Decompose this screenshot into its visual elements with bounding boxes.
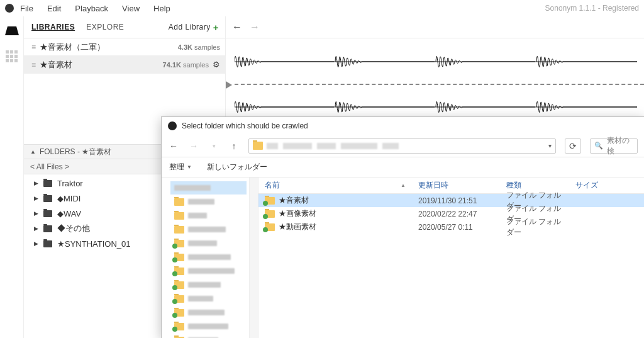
play-icon[interactable] <box>226 81 232 89</box>
menu-view[interactable]: View <box>122 4 140 13</box>
folder-icon <box>253 142 263 150</box>
drag-handle-icon[interactable]: ≡ <box>31 60 35 69</box>
folder-icon <box>174 268 184 275</box>
library-name: ★音素材（二軍） <box>40 42 178 53</box>
library-count: 4.3K samples <box>178 43 220 51</box>
nav-tree-item[interactable] <box>170 306 247 319</box>
file-row[interactable]: ★画像素材 2020/02/22 22:47 ファイル フォルダー <box>258 207 644 220</box>
nav-tree-item[interactable] <box>170 251 247 264</box>
dialog-file-list: 名前▲ 更新日時 種類 サイズ ★音素材 2019/11/30 21:51 ファ… <box>258 177 644 338</box>
folder-icon <box>43 225 52 232</box>
breadcrumb <box>267 143 540 149</box>
dialog-back-icon[interactable]: ← <box>168 141 179 151</box>
chevron-right-icon: ▶ <box>34 225 38 232</box>
search-placeholder: 素材の検 <box>607 135 633 157</box>
library-count: 74.1K samples <box>163 61 209 69</box>
dialog-app-icon <box>168 121 177 130</box>
library-row[interactable]: ≡ ★音素材 74.1K samples ⚙ <box>24 56 225 74</box>
nav-tree-item[interactable] <box>170 264 247 278</box>
rail-grid-icon[interactable] <box>4 49 19 63</box>
menu-file[interactable]: File <box>20 4 33 13</box>
folder-icon <box>174 240 184 247</box>
folder-icon <box>265 223 275 231</box>
drag-handle-icon[interactable]: ≡ <box>31 43 35 52</box>
refresh-button[interactable]: ⟳ <box>565 138 581 154</box>
chevron-right-icon: ▶ <box>34 240 38 247</box>
dialog-toolbar: 整理▼ 新しいフォルダー <box>162 157 644 177</box>
file-row[interactable]: ★音素材 2019/11/30 21:51 ファイル フォルダー <box>258 194 644 207</box>
search-icon: 🔍 <box>594 142 603 150</box>
folder-icon <box>174 226 184 234</box>
folder-icon <box>174 254 184 261</box>
column-name[interactable]: 名前▲ <box>258 180 412 191</box>
file-list-header[interactable]: 名前▲ 更新日時 種類 サイズ <box>258 177 644 194</box>
nav-forward-icon[interactable]: → <box>250 21 260 33</box>
nav-tree-item[interactable] <box>170 292 247 305</box>
library-tabs: LIBRARIES EXPLORE Add Library + <box>24 16 225 38</box>
library-row[interactable]: ≡ ★音素材（二軍） 4.3K samples <box>24 38 225 56</box>
folder-icon <box>43 180 52 187</box>
dialog-up-icon[interactable]: ↑ <box>228 141 240 151</box>
window-title: Sononym 1.1.1 - Registered <box>545 4 639 13</box>
search-input[interactable]: 🔍 素材の検 <box>590 138 638 154</box>
organize-button[interactable]: 整理▼ <box>169 162 192 172</box>
dialog-titlebar[interactable]: Select folder which should be crawled <box>162 117 644 135</box>
folder-icon <box>265 197 275 205</box>
app-icon <box>5 4 14 13</box>
menubar: File Edit Playback View Help Sononym 1.1… <box>0 0 644 16</box>
folders-header-label: FOLDERS - ★音素材 <box>40 147 111 157</box>
dialog-nav: ← → ▾ ↑ ▾ ⟳ 🔍 素材の検 <box>162 135 644 157</box>
plus-icon: + <box>213 22 219 33</box>
nav-tree-item[interactable] <box>170 334 247 338</box>
chevron-down-icon[interactable]: ▾ <box>548 142 552 149</box>
sort-asc-icon: ▲ <box>401 183 406 188</box>
waveform-display[interactable] <box>226 38 644 126</box>
tab-libraries[interactable]: LIBRARIES <box>31 23 75 31</box>
refresh-icon: ⟳ <box>569 141 577 151</box>
dialog-forward-icon[interactable]: → <box>188 141 199 151</box>
history-nav: ← → <box>226 16 644 38</box>
nav-tree-item[interactable] <box>170 209 247 222</box>
chevron-right-icon: ▶ <box>34 210 38 217</box>
dialog-recent-icon[interactable]: ▾ <box>208 143 219 149</box>
folder-icon <box>43 195 52 202</box>
column-size[interactable]: サイズ <box>569 180 607 191</box>
chevron-down-icon: ▲ <box>30 149 36 155</box>
nav-tree-item[interactable] <box>170 237 247 250</box>
folder-icon <box>265 210 275 218</box>
menu-help[interactable]: Help <box>153 4 170 13</box>
rail-drive-icon[interactable] <box>4 24 19 38</box>
new-folder-button[interactable]: 新しいフォルダー <box>207 162 267 172</box>
add-library-button[interactable]: Add Library + <box>169 22 219 33</box>
library-name: ★音素材 <box>40 59 163 70</box>
nav-back-icon[interactable]: ← <box>232 21 242 33</box>
address-bar[interactable]: ▾ <box>248 138 556 154</box>
waveform-top <box>235 41 637 82</box>
chevron-right-icon: ▶ <box>34 180 38 186</box>
menu-edit[interactable]: Edit <box>47 4 61 13</box>
folder-icon <box>43 210 52 217</box>
column-date[interactable]: 更新日時 <box>412 180 500 191</box>
folder-icon <box>174 309 184 317</box>
nav-tree-item[interactable] <box>170 278 247 291</box>
nav-tree-item[interactable] <box>170 223 247 236</box>
nav-tree-item[interactable] <box>170 181 247 194</box>
folder-icon <box>174 212 184 220</box>
dialog-nav-tree[interactable] <box>162 177 258 338</box>
dialog-title: Select folder which should be crawled <box>182 121 308 130</box>
scrollbar[interactable] <box>249 177 258 338</box>
column-kind[interactable]: 種類 <box>500 180 569 191</box>
tab-explore[interactable]: EXPLORE <box>86 23 124 31</box>
gear-icon[interactable]: ⚙ <box>213 60 220 69</box>
nav-tree-item[interactable] <box>170 195 247 208</box>
chevron-right-icon: ▶ <box>34 195 38 201</box>
folder-icon <box>174 323 184 330</box>
view-rail <box>0 16 24 338</box>
folder-icon <box>174 295 184 303</box>
folder-icon <box>174 198 184 206</box>
nav-tree-item[interactable] <box>170 320 247 333</box>
file-row[interactable]: ★動画素材 2020/05/27 0:11 ファイル フォルダー <box>258 220 644 234</box>
menu-playback[interactable]: Playback <box>75 4 108 13</box>
folder-picker-dialog: Select folder which should be crawled ← … <box>161 116 644 338</box>
add-library-label: Add Library <box>169 23 211 31</box>
